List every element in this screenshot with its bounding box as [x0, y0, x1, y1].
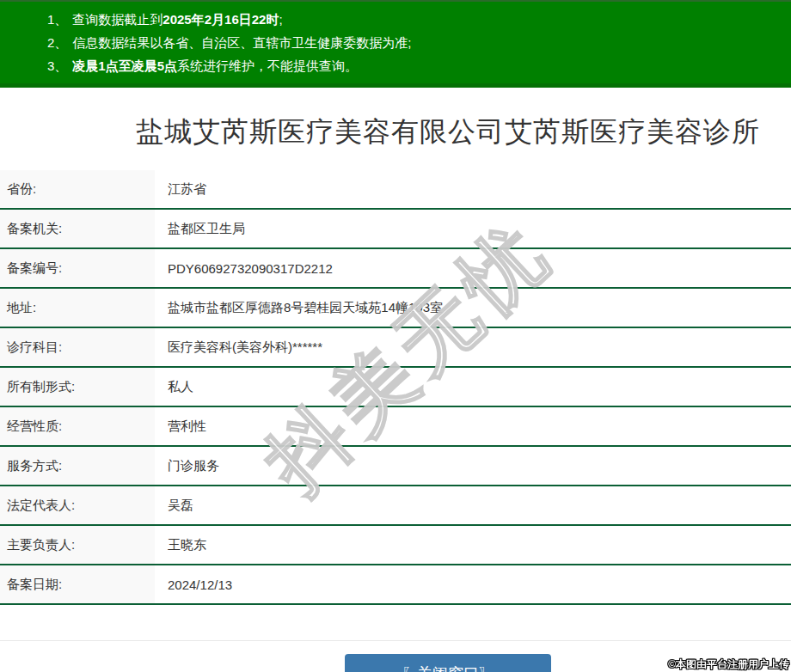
record-value: 2024/12/13	[155, 565, 232, 603]
notice-number: 3、	[47, 58, 67, 73]
notice-bar: 1、查询数据截止到2025年2月16日22时; 2、信息数据结果以各省、自治区、…	[0, 0, 791, 88]
record-label: 备案机关:	[0, 210, 155, 247]
page-title: 盐城艾芮斯医疗美容有限公司艾芮斯医疗美容诊所	[0, 113, 791, 151]
table-row: 省份: 江苏省	[0, 170, 791, 210]
record-label: 诊疗科目:	[0, 328, 155, 366]
notice-text: 信息数据结果以各省、自治区、直辖市卫生健康委数据为准;	[72, 35, 411, 50]
notice-line-2: 2、信息数据结果以各省、自治区、直辖市卫生健康委数据为准;	[47, 31, 791, 54]
table-row: 法定代表人: 吴磊	[0, 486, 791, 526]
record-value: 吴磊	[155, 486, 193, 524]
notice-text: 查询数据截止到	[72, 12, 162, 27]
record-value: 盐城市盐都区厚德路8号碧桂园天域苑14幢103室	[155, 289, 443, 327]
table-row: 地址: 盐城市盐都区厚德路8号碧桂园天域苑14幢103室	[0, 289, 791, 328]
record-label: 经营性质:	[0, 407, 155, 445]
record-label: 备案日期:	[0, 565, 155, 603]
table-row: 服务方式: 门诊服务	[0, 447, 791, 486]
table-row: 备案机关: 盐都区卫生局	[0, 210, 791, 249]
record-value: 盐都区卫生局	[155, 210, 245, 247]
table-row: 所有制形式: 私人	[0, 368, 791, 407]
record-label: 地址:	[0, 289, 155, 327]
record-label: 法定代表人:	[0, 486, 155, 524]
notice-line-1: 1、查询数据截止到2025年2月16日22时;	[47, 8, 791, 31]
record-label: 省份:	[0, 170, 155, 208]
record-label: 备案编号:	[0, 249, 155, 287]
record-label: 主要负责人:	[0, 526, 155, 564]
table-row: 备案日期: 2024/12/13	[0, 565, 791, 605]
table-row: 备案编号: PDY60692732090317D2212	[0, 249, 791, 289]
record-value: 门诊服务	[155, 447, 219, 485]
record-value: 营利性	[155, 407, 206, 445]
footer-divider	[0, 640, 791, 641]
table-row: 主要负责人: 王晓东	[0, 526, 791, 565]
notice-text-bold: 2025年2月16日22时	[162, 12, 279, 27]
records-table: 省份: 江苏省 备案机关: 盐都区卫生局 备案编号: PDY6069273209…	[0, 170, 791, 605]
table-row: 诊疗科目: 医疗美容科(美容外科)******	[0, 328, 791, 368]
record-value: 江苏省	[155, 170, 206, 208]
record-value: 医疗美容科(美容外科)******	[155, 328, 322, 366]
notice-text: ;	[279, 12, 282, 27]
record-value: 私人	[155, 368, 193, 406]
table-row: 经营性质: 营利性	[0, 407, 791, 447]
page: 1、查询数据截止到2025年2月16日22时; 2、信息数据结果以各省、自治区、…	[0, 0, 791, 672]
notice-text: 系统进行维护，不能提供查询。	[177, 58, 358, 73]
credit-watermark: ©本图由平台注册用户上传	[668, 657, 789, 672]
notice-text-bold: 凌晨1点至凌晨5点	[72, 58, 177, 73]
record-value: PDY60692732090317D2212	[155, 249, 333, 287]
record-label: 所有制形式:	[0, 368, 155, 406]
close-window-button[interactable]: 〖关闭窗口〗	[345, 654, 551, 672]
record-label: 服务方式:	[0, 447, 155, 485]
notice-number: 1、	[47, 12, 67, 27]
notice-line-3: 3、凌晨1点至凌晨5点系统进行维护，不能提供查询。	[47, 54, 791, 77]
notice-number: 2、	[47, 35, 67, 50]
record-value: 王晓东	[155, 526, 206, 564]
